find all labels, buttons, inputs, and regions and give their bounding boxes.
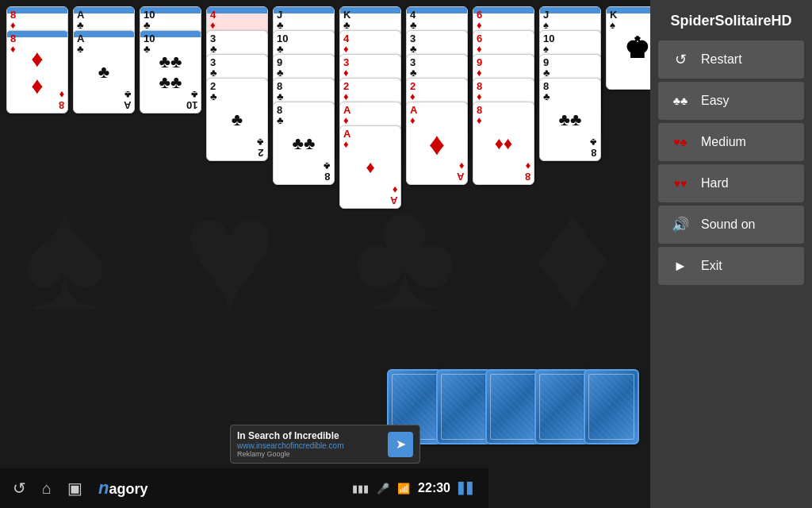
column-8[interactable]: 6♦ ♦♦♦ 6♦ 6♦ ♦♦♦ 6♦ 9♦ ♦♦♦ 9♦ 8♦ ♦♦ 8♦ 8… [473, 6, 534, 185]
hard-icon: ♥♥ [669, 172, 691, 194]
column-3[interactable]: 10♣ ♣♣♣♣ 10♣ 10♣ ♣♣♣♣ 10♣ [140, 6, 201, 114]
medium-label: Medium [701, 135, 746, 149]
ad-url: www.insearchofincredible.com [237, 441, 381, 450]
back-button[interactable]: ↺ [13, 479, 26, 498]
restart-icon: ↺ [669, 48, 691, 71]
card[interactable]: 8♦ ♦♦ 8♦ [6, 30, 68, 114]
stock-card[interactable] [534, 369, 590, 444]
nagory-logo: nagory [98, 478, 147, 498]
ad-subtitle: Reklamy Google [237, 450, 381, 458]
battery-icon: ▮▮▮ [352, 483, 369, 495]
bottom-bar: ↺ ⌂ ▣ nagory ▮▮▮ 🎤 📶 22:30 ▋▋ [0, 468, 488, 508]
medium-button[interactable]: ♥♣ Medium [658, 123, 804, 161]
card[interactable]: 2♣ ♣ 2♣ [206, 78, 268, 161]
ad-content: In Search of Incredible www.insearchofin… [237, 430, 381, 458]
exit-icon: ► [669, 255, 691, 277]
game-area: 8♦ ♦♦♦♦ 8♦ 8♦ ♦♦ 8♦ A♣ ♣ A♣ A♣ ♣ [0, 0, 650, 508]
card[interactable]: A♦ ♦ A♦ [339, 125, 401, 209]
restart-label: Restart [701, 52, 742, 67]
side-menu: SpiderSolitaireHD ↺ Restart ♣♣ Easy ♥♣ M… [650, 0, 812, 508]
card[interactable]: A♣ ♣ A♣ [73, 30, 135, 114]
stock-card[interactable] [436, 369, 492, 444]
column-9[interactable]: J♠ 🃏 J♠ 10♠ ♠♠♠ 10♠ 9♣ ♣♣♣ 9♣ 8♣ ♣♣ 8♣ [539, 6, 601, 161]
card[interactable]: 8♣ ♣♣ 8♣ [273, 102, 335, 185]
restart-button[interactable]: ↺ Restart [658, 40, 804, 79]
medium-icon: ♥♣ [669, 131, 691, 153]
card[interactable]: A♦ ♦ A♦ [406, 102, 468, 185]
column-5[interactable]: J♣ 🃏 J♣ 10♣ ♣♣♣ 10♣ 9♣ ♣♣♣ 9♣ 8♣ ♣♣ 8♣ 8… [273, 6, 335, 185]
exit-label: Exit [701, 259, 722, 273]
easy-button[interactable]: ♣♣ Easy [658, 82, 804, 120]
column-1[interactable]: 8♦ ♦♦♦♦ 8♦ 8♦ ♦♦ 8♦ [6, 6, 68, 114]
sound-button[interactable]: 🔊 Sound on [658, 206, 804, 244]
easy-label: Easy [701, 94, 730, 108]
card[interactable]: 10♣ ♣♣♣♣ 10♣ [140, 30, 201, 114]
stock-pile[interactable] [387, 369, 639, 444]
wifi-icon: ▋▋ [458, 482, 476, 495]
ad-title: In Search of Incredible [237, 430, 381, 441]
stock-card[interactable] [485, 369, 541, 444]
ad-share-button[interactable]: ➤ [388, 432, 413, 457]
easy-icon: ♣♣ [669, 90, 691, 112]
signal-icon: 📶 [397, 483, 410, 495]
hard-label: Hard [701, 176, 729, 190]
card-columns: 8♦ ♦♦♦♦ 8♦ 8♦ ♦♦ 8♦ A♣ ♣ A♣ A♣ ♣ [0, 0, 650, 215]
stock-card[interactable] [584, 369, 639, 444]
home-button[interactable]: ⌂ [42, 479, 52, 498]
status-bar: ▮▮▮ 🎤 📶 22:30 ▋▋ [352, 481, 476, 495]
card-rank: 8♦ [10, 10, 16, 30]
card[interactable]: 8♦ ♦♦ 8♦ [473, 102, 534, 185]
column-4[interactable]: 4♦ ♦♦ 4♦ 3♣ ♣ 3♣ 3♣ ♣ 3♣ 2♣ ♣ 2♣ [206, 6, 268, 161]
time-display: 22:30 [418, 481, 450, 495]
sound-label: Sound on [701, 217, 756, 232]
card[interactable]: 8♣ ♣♣ 8♣ [539, 78, 601, 161]
column-2[interactable]: A♣ ♣ A♣ A♣ ♣ A♣ [73, 6, 135, 114]
exit-button[interactable]: ► Exit [658, 247, 804, 285]
app-title: SpiderSolitaireHD [658, 8, 804, 37]
column-6[interactable]: K♣ 👑 K♣ 4♦ ♦ 4♦ 3♦ ♦ 3♦ 2♦ ♦ 2♦ A♦ ♦ [339, 6, 401, 209]
hard-button[interactable]: ♥♥ Hard [658, 164, 804, 202]
column-7[interactable]: 4♣ ♣♣ 4♣ 3♣ ♣ 3♣ 3♣ ♣ 3♣ 2♦ ♦ 2♦ A♦ ♦ [406, 6, 468, 185]
recent-button[interactable]: ▣ [67, 479, 82, 498]
ad-banner: In Search of Incredible www.insearchofin… [230, 425, 420, 464]
sound-icon: 🔊 [669, 214, 691, 236]
mic-icon: 🎤 [377, 483, 389, 495]
